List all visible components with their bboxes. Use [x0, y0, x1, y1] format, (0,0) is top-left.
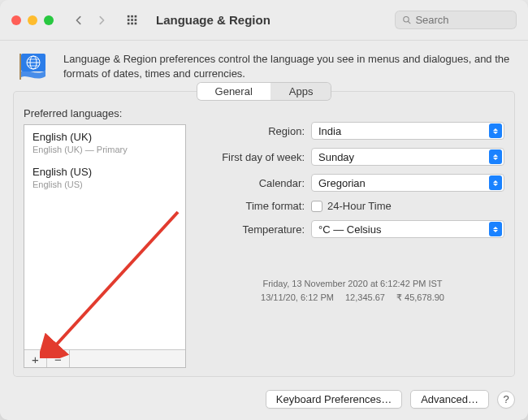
svg-rect-4 — [131, 19, 133, 21]
firstday-value: Sunday — [318, 151, 354, 163]
stepper-arrows-icon — [489, 149, 502, 164]
stepper-arrows-icon — [489, 175, 502, 190]
language-name: English (UK) — [32, 131, 177, 143]
language-name: English (US) — [32, 166, 177, 178]
24hour-checkbox[interactable] — [311, 201, 322, 212]
advanced-button[interactable]: Advanced… — [410, 390, 489, 409]
add-language-button[interactable]: + — [24, 350, 47, 368]
list-buttons: + − — [24, 349, 185, 367]
nav-arrows — [70, 11, 110, 29]
chevron-right-icon — [96, 15, 107, 26]
svg-line-10 — [408, 21, 409, 23]
window-controls — [11, 15, 54, 25]
calendar-label: Calendar: — [201, 177, 305, 189]
main-panel: General Apps Preferred languages: Englis… — [13, 91, 515, 377]
firstday-dropdown[interactable]: Sunday — [311, 148, 504, 166]
tab-bar: General Apps — [24, 82, 504, 101]
timeformat-label: Time format: — [201, 200, 305, 212]
settings-column: Region: India First day of week: Sunday … — [201, 107, 504, 368]
list-item[interactable]: English (US) English (US) — [24, 160, 185, 195]
preferences-window: Language & Region Language & Region pref… — [0, 0, 528, 420]
language-list[interactable]: English (UK) English (UK) — Primary Engl… — [24, 124, 186, 368]
remove-language-button[interactable]: − — [47, 350, 70, 368]
stepper-arrows-icon — [489, 222, 502, 236]
window-title: Language & Region — [156, 13, 270, 27]
calendar-value: Gregorian — [318, 177, 366, 189]
region-value: India — [318, 125, 341, 137]
help-button[interactable]: ? — [497, 391, 515, 409]
search-input[interactable] — [415, 14, 509, 26]
svg-rect-5 — [135, 19, 137, 21]
search-box[interactable] — [395, 11, 517, 29]
close-window-button[interactable] — [11, 15, 21, 25]
svg-rect-2 — [135, 15, 137, 17]
preferred-languages-label: Preferred languages: — [24, 107, 186, 119]
temperature-label: Temperature: — [201, 223, 305, 236]
region-label: Region: — [201, 125, 305, 137]
language-sub: English (UK) — Primary — [32, 145, 177, 154]
calendar-dropdown[interactable]: Gregorian — [311, 174, 504, 192]
svg-rect-17 — [19, 54, 21, 80]
firstday-label: First day of week: — [201, 151, 305, 163]
chevron-left-icon — [73, 15, 84, 26]
titlebar: Language & Region — [0, 0, 528, 41]
language-sub: English (US) — [32, 180, 177, 189]
tab-general[interactable]: General — [197, 83, 271, 100]
search-icon — [402, 15, 411, 25]
back-button[interactable] — [70, 11, 88, 29]
keyboard-preferences-button[interactable]: Keyboard Preferences… — [266, 390, 402, 409]
24hour-label: 24-Hour Time — [327, 200, 392, 212]
footer: Keyboard Preferences… Advanced… ? — [0, 385, 528, 420]
grid-icon — [127, 15, 138, 26]
list-item[interactable]: English (UK) English (UK) — Primary — [24, 125, 185, 160]
temperature-dropdown[interactable]: °C — Celsius — [311, 220, 504, 238]
svg-rect-6 — [128, 22, 130, 24]
svg-rect-3 — [128, 19, 130, 21]
show-all-button[interactable] — [123, 11, 141, 29]
zoom-window-button[interactable] — [44, 15, 54, 25]
format-preview: Friday, 13 November 2020 at 6:12:42 PM I… — [201, 277, 504, 305]
svg-rect-7 — [131, 22, 133, 24]
description-text: Language & Region preferences control th… — [63, 52, 512, 80]
svg-rect-0 — [128, 15, 130, 17]
region-dropdown[interactable]: India — [311, 122, 504, 140]
preview-line1: Friday, 13 November 2020 at 6:12:42 PM I… — [201, 277, 504, 291]
preview-line2: 13/11/20, 6:12 PM 12,345.67 ₹ 45,678.90 — [201, 291, 504, 305]
tab-apps[interactable]: Apps — [271, 83, 331, 100]
svg-rect-8 — [135, 22, 137, 24]
forward-button[interactable] — [93, 11, 110, 29]
svg-rect-1 — [131, 15, 133, 17]
stepper-arrows-icon — [489, 123, 502, 138]
language-items: English (UK) English (UK) — Primary Engl… — [24, 125, 185, 349]
temperature-value: °C — Celsius — [318, 223, 381, 236]
minimize-window-button[interactable] — [28, 15, 37, 25]
language-region-icon — [16, 52, 52, 81]
